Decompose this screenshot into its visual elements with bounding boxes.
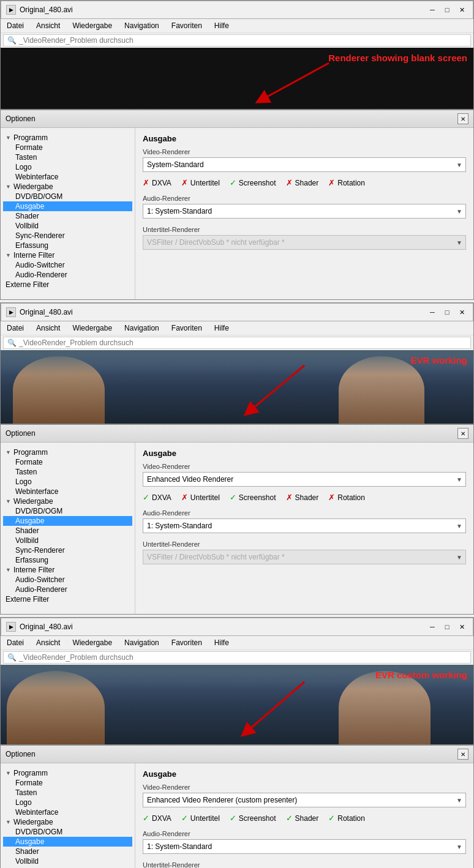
win3-maximize[interactable]: □ — [441, 621, 453, 633]
menu-wiedergabe-2[interactable]: Wiedergabe — [69, 323, 116, 334]
sidebar-item-erfassung-2[interactable]: Erfassung — [3, 555, 132, 565]
sidebar-item-audio-rend-2[interactable]: Audio-Renderer — [3, 585, 132, 594]
audio-renderer-wrapper-3: 1: System-Standard ▼ — [143, 839, 466, 854]
menu-datei-1[interactable]: Datei — [3, 20, 28, 31]
sidebar-item-vollbild-3[interactable]: Vollbild — [3, 856, 132, 866]
icon-x-shader-1: ✗ — [286, 178, 293, 187]
sidebar-item-erfassung-1[interactable]: Erfassung — [3, 241, 132, 250]
win1-close[interactable]: ✕ — [456, 4, 468, 16]
dialog2-close[interactable]: ✕ — [457, 428, 468, 439]
audio-renderer-select-3[interactable]: 1: System-Standard — [143, 839, 466, 854]
untertitel-renderer-select-1: VSFilter / DirectVobSub * nicht verfügba… — [143, 235, 466, 250]
sidebar-item-logo-3[interactable]: Logo — [3, 798, 132, 807]
win2-controls: ─ □ ✕ — [426, 306, 468, 318]
sidebar-item-wiedergabe-2[interactable]: ▼ Wiedergabe — [3, 496, 132, 506]
menu-hilfe-2[interactable]: Hilfe — [211, 323, 233, 334]
dialog3-close[interactable]: ✕ — [457, 749, 468, 760]
dialog1-sidebar: ▼ Programm Formate Tasten Logo Webinterf… — [1, 128, 135, 299]
dialog1-titlebar: Optionen ✕ — [1, 110, 473, 128]
win2-minimize[interactable]: ─ — [426, 306, 438, 318]
win2-close[interactable]: ✕ — [456, 306, 468, 318]
dialog1-close[interactable]: ✕ — [457, 113, 468, 124]
sidebar-item-externe-2[interactable]: Externe Filter — [3, 594, 132, 604]
sidebar-item-sync-2[interactable]: Sync-Renderer — [3, 545, 132, 555]
section1-wrapper: ▶ Original_480.avi ─ □ ✕ Datei Ansicht W… — [0, 0, 474, 300]
feature-label-dxva-2: DXVA — [152, 493, 171, 502]
menu-datei-2[interactable]: Datei — [3, 323, 28, 334]
sidebar-item-dvd-2[interactable]: DVD/BD/OGM — [3, 506, 132, 516]
sidebar-item-ausgabe-3[interactable]: Ausgabe — [3, 837, 132, 847]
sidebar-item-interne-2[interactable]: ▼ Interne Filter — [3, 565, 132, 575]
menu-wiedergabe-3[interactable]: Wiedergabe — [69, 637, 116, 648]
sidebar-item-sync-1[interactable]: Sync-Renderer — [3, 231, 132, 241]
sidebar-item-interne-1[interactable]: ▼ Interne Filter — [3, 250, 132, 260]
video-renderer-label-3: Video-Renderer — [143, 784, 466, 791]
search-icon-3: 🔍 — [7, 653, 17, 662]
menu-favoriten-1[interactable]: Favoriten — [168, 20, 206, 31]
sidebar-item-audio-sw-2[interactable]: Audio-Switcher — [3, 575, 132, 585]
sidebar-item-dvd-1[interactable]: DVD/BD/OGM — [3, 192, 132, 201]
sidebar-item-logo-2[interactable]: Logo — [3, 477, 132, 487]
menu-favoriten-3[interactable]: Favoriten — [168, 637, 206, 648]
sidebar-item-webinterface-3[interactable]: Webinterface — [3, 807, 132, 817]
search-input-1[interactable] — [19, 36, 467, 45]
audio-renderer-label-2: Audio-Renderer — [143, 509, 466, 517]
sidebar-item-formate-2[interactable]: Formate — [3, 457, 132, 467]
search-input-3[interactable] — [19, 653, 467, 662]
sidebar-item-webinterface-2[interactable]: Webinterface — [3, 487, 132, 496]
untertitel-renderer-wrapper-2: VSFilter / DirectVobSub * nicht verfügba… — [143, 550, 466, 564]
audio-renderer-block-3: Audio-Renderer 1: System-Standard ▼ — [143, 830, 466, 854]
menu-wiedergabe-1[interactable]: Wiedergabe — [69, 20, 116, 31]
audio-renderer-label-3: Audio-Renderer — [143, 830, 466, 837]
sidebar-item-externe-1[interactable]: Externe Filter — [3, 280, 132, 290]
menu-hilfe-1[interactable]: Hilfe — [211, 20, 233, 31]
win1-controls: ─ □ ✕ — [426, 4, 468, 16]
menu-ansicht-1[interactable]: Ansicht — [32, 20, 64, 31]
sidebar-item-vollbild-1[interactable]: Vollbild — [3, 221, 132, 231]
menu-navigation-1[interactable]: Navigation — [121, 20, 163, 31]
win3-close[interactable]: ✕ — [456, 621, 468, 633]
sidebar-item-formate-3[interactable]: Formate — [3, 778, 132, 788]
sidebar-item-ausgabe-2[interactable]: Ausgabe — [3, 516, 132, 526]
feature-label-untertitel-3: Untertitel — [190, 814, 220, 823]
sidebar-item-wiedergabe-3[interactable]: ▼ Wiedergabe — [3, 817, 132, 827]
dialog1-title: Optionen — [6, 114, 457, 123]
sidebar-item-audio-sw-1[interactable]: Audio-Switcher — [3, 260, 132, 270]
sidebar-item-tasten-1[interactable]: Tasten — [3, 152, 132, 162]
sidebar-item-ausgabe-1[interactable]: Ausgabe — [3, 201, 132, 211]
sidebar-item-programm-1[interactable]: ▼ Programm — [3, 133, 132, 143]
sidebar-item-wiedergabe-1[interactable]: ▼ Wiedergabe — [3, 182, 132, 192]
menu-datei-3[interactable]: Datei — [3, 637, 28, 648]
menu-ansicht-3[interactable]: Ansicht — [32, 637, 64, 648]
sidebar-item-webinterface-1[interactable]: Webinterface — [3, 172, 132, 182]
sidebar-item-programm-3[interactable]: ▼ Programm — [3, 768, 132, 778]
audio-renderer-select-1[interactable]: 1: System-Standard — [143, 204, 466, 219]
sidebar-item-dvd-3[interactable]: DVD/BD/OGM — [3, 827, 132, 837]
win1-minimize[interactable]: ─ — [426, 4, 438, 16]
sidebar-item-formate-1[interactable]: Formate — [3, 143, 132, 152]
video-renderer-wrapper-3: Enhanced Video Renderer (custom presente… — [143, 793, 466, 807]
sidebar-item-shader-3[interactable]: Shader — [3, 847, 132, 856]
video-renderer-select-1[interactable]: System-Standard — [143, 157, 466, 172]
menu-hilfe-3[interactable]: Hilfe — [211, 637, 233, 648]
sidebar-item-tasten-2[interactable]: Tasten — [3, 467, 132, 477]
sidebar-item-shader-1[interactable]: Shader — [3, 211, 132, 221]
sidebar-item-vollbild-2[interactable]: Vollbild — [3, 536, 132, 545]
win1-maximize[interactable]: □ — [441, 4, 453, 16]
sidebar-item-programm-2[interactable]: ▼ Programm — [3, 447, 132, 457]
menu-ansicht-2[interactable]: Ansicht — [32, 323, 64, 334]
menu-navigation-3[interactable]: Navigation — [121, 637, 163, 648]
sidebar-item-logo-1[interactable]: Logo — [3, 162, 132, 172]
sidebar-item-audio-rend-1[interactable]: Audio-Renderer — [3, 270, 132, 280]
video-renderer-select-3[interactable]: Enhanced Video Renderer (custom presente… — [143, 793, 466, 807]
win2-maximize[interactable]: □ — [441, 306, 453, 318]
menu-favoriten-2[interactable]: Favoriten — [168, 323, 206, 334]
audio-renderer-select-2[interactable]: 1: System-Standard — [143, 518, 466, 533]
win3-minimize[interactable]: ─ — [426, 621, 438, 633]
win2-title: Original_480.avi — [20, 308, 426, 316]
sidebar-item-shader-2[interactable]: Shader — [3, 526, 132, 536]
menu-navigation-2[interactable]: Navigation — [121, 323, 163, 334]
video-renderer-select-2[interactable]: Enhanced Video Renderer — [143, 472, 466, 487]
search-input-2[interactable] — [19, 339, 467, 347]
sidebar-item-tasten-3[interactable]: Tasten — [3, 788, 132, 798]
